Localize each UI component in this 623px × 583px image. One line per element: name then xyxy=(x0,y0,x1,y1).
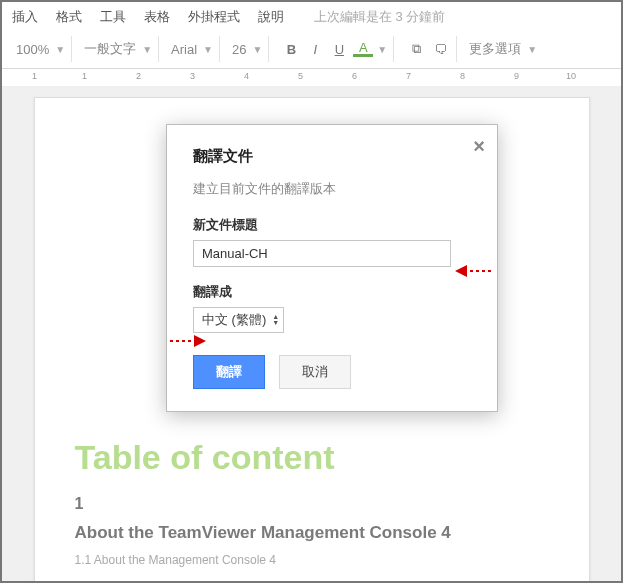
close-button[interactable]: × xyxy=(473,135,485,158)
translate-to-label: 翻譯成 xyxy=(193,283,471,301)
language-value: 中文 (繁體) xyxy=(202,311,266,329)
dialog-title: 翻譯文件 xyxy=(193,147,471,166)
translate-button[interactable]: 翻譯 xyxy=(193,355,265,389)
modal-overlay: × 翻譯文件 建立目前文件的翻譯版本 新文件標題 翻譯成 中文 (繁體) ▲▼ … xyxy=(2,2,621,581)
cancel-button[interactable]: 取消 xyxy=(279,355,351,389)
translate-dialog: × 翻譯文件 建立目前文件的翻譯版本 新文件標題 翻譯成 中文 (繁體) ▲▼ … xyxy=(166,124,498,412)
dialog-description: 建立目前文件的翻譯版本 xyxy=(193,180,471,198)
new-title-label: 新文件標題 xyxy=(193,216,471,234)
spinner-icon: ▲▼ xyxy=(272,314,279,326)
language-select[interactable]: 中文 (繁體) ▲▼ xyxy=(193,307,284,333)
new-title-input[interactable] xyxy=(193,240,451,267)
